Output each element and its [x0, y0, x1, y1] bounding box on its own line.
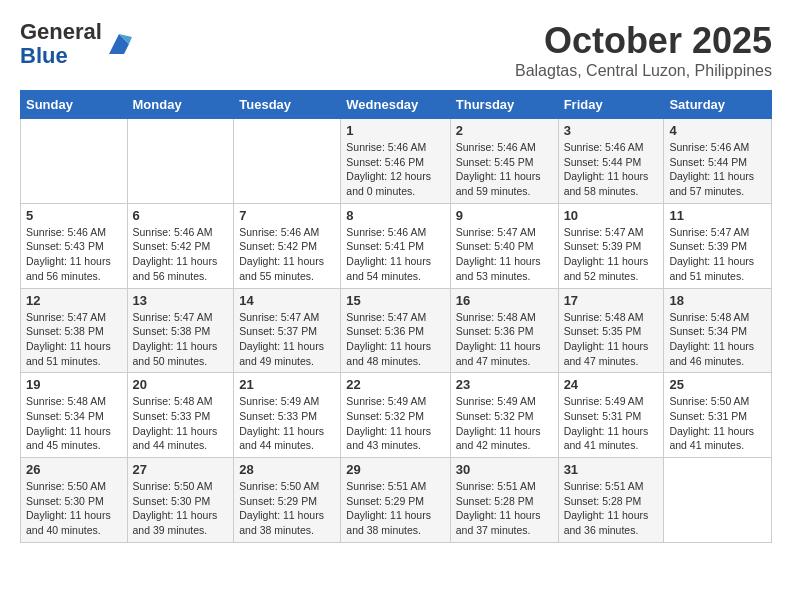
calendar-cell: 18Sunrise: 5:48 AM Sunset: 5:34 PM Dayli… — [664, 288, 772, 373]
calendar-cell: 4Sunrise: 5:46 AM Sunset: 5:44 PM Daylig… — [664, 119, 772, 204]
calendar-cell: 27Sunrise: 5:50 AM Sunset: 5:30 PM Dayli… — [127, 458, 234, 543]
calendar-cell: 28Sunrise: 5:50 AM Sunset: 5:29 PM Dayli… — [234, 458, 341, 543]
day-number: 11 — [669, 208, 766, 223]
day-number: 1 — [346, 123, 444, 138]
day-number: 2 — [456, 123, 553, 138]
day-detail: Sunrise: 5:46 AM Sunset: 5:45 PM Dayligh… — [456, 140, 553, 199]
calendar-week-1: 1Sunrise: 5:46 AM Sunset: 5:46 PM Daylig… — [21, 119, 772, 204]
day-detail: Sunrise: 5:51 AM Sunset: 5:28 PM Dayligh… — [564, 479, 659, 538]
calendar-cell: 7Sunrise: 5:46 AM Sunset: 5:42 PM Daylig… — [234, 203, 341, 288]
calendar-cell: 9Sunrise: 5:47 AM Sunset: 5:40 PM Daylig… — [450, 203, 558, 288]
calendar-table: SundayMondayTuesdayWednesdayThursdayFrid… — [20, 90, 772, 543]
header-thursday: Thursday — [450, 91, 558, 119]
day-number: 24 — [564, 377, 659, 392]
calendar-cell: 13Sunrise: 5:47 AM Sunset: 5:38 PM Dayli… — [127, 288, 234, 373]
day-number: 6 — [133, 208, 229, 223]
day-detail: Sunrise: 5:49 AM Sunset: 5:32 PM Dayligh… — [456, 394, 553, 453]
calendar-cell: 25Sunrise: 5:50 AM Sunset: 5:31 PM Dayli… — [664, 373, 772, 458]
day-detail: Sunrise: 5:47 AM Sunset: 5:38 PM Dayligh… — [26, 310, 122, 369]
day-number: 19 — [26, 377, 122, 392]
header-friday: Friday — [558, 91, 664, 119]
day-number: 13 — [133, 293, 229, 308]
calendar-week-5: 26Sunrise: 5:50 AM Sunset: 5:30 PM Dayli… — [21, 458, 772, 543]
title-area: October 2025 Balagtas, Central Luzon, Ph… — [515, 20, 772, 80]
calendar-week-4: 19Sunrise: 5:48 AM Sunset: 5:34 PM Dayli… — [21, 373, 772, 458]
day-number: 8 — [346, 208, 444, 223]
day-number: 25 — [669, 377, 766, 392]
day-number: 30 — [456, 462, 553, 477]
location: Balagtas, Central Luzon, Philippines — [515, 62, 772, 80]
calendar-cell: 20Sunrise: 5:48 AM Sunset: 5:33 PM Dayli… — [127, 373, 234, 458]
day-number: 17 — [564, 293, 659, 308]
logo: General Blue — [20, 20, 134, 68]
day-detail: Sunrise: 5:50 AM Sunset: 5:31 PM Dayligh… — [669, 394, 766, 453]
day-detail: Sunrise: 5:46 AM Sunset: 5:44 PM Dayligh… — [669, 140, 766, 199]
calendar-cell: 14Sunrise: 5:47 AM Sunset: 5:37 PM Dayli… — [234, 288, 341, 373]
calendar-cell: 2Sunrise: 5:46 AM Sunset: 5:45 PM Daylig… — [450, 119, 558, 204]
day-detail: Sunrise: 5:47 AM Sunset: 5:39 PM Dayligh… — [564, 225, 659, 284]
day-number: 7 — [239, 208, 335, 223]
day-number: 5 — [26, 208, 122, 223]
calendar-cell: 5Sunrise: 5:46 AM Sunset: 5:43 PM Daylig… — [21, 203, 128, 288]
calendar-cell — [234, 119, 341, 204]
day-detail: Sunrise: 5:49 AM Sunset: 5:32 PM Dayligh… — [346, 394, 444, 453]
day-number: 31 — [564, 462, 659, 477]
day-detail: Sunrise: 5:46 AM Sunset: 5:42 PM Dayligh… — [239, 225, 335, 284]
day-detail: Sunrise: 5:48 AM Sunset: 5:34 PM Dayligh… — [26, 394, 122, 453]
calendar-cell: 22Sunrise: 5:49 AM Sunset: 5:32 PM Dayli… — [341, 373, 450, 458]
calendar-cell: 17Sunrise: 5:48 AM Sunset: 5:35 PM Dayli… — [558, 288, 664, 373]
logo-icon — [104, 29, 134, 59]
day-detail: Sunrise: 5:48 AM Sunset: 5:35 PM Dayligh… — [564, 310, 659, 369]
day-detail: Sunrise: 5:48 AM Sunset: 5:34 PM Dayligh… — [669, 310, 766, 369]
day-detail: Sunrise: 5:47 AM Sunset: 5:38 PM Dayligh… — [133, 310, 229, 369]
calendar-cell: 30Sunrise: 5:51 AM Sunset: 5:28 PM Dayli… — [450, 458, 558, 543]
calendar-cell: 15Sunrise: 5:47 AM Sunset: 5:36 PM Dayli… — [341, 288, 450, 373]
day-detail: Sunrise: 5:50 AM Sunset: 5:30 PM Dayligh… — [133, 479, 229, 538]
calendar-cell: 11Sunrise: 5:47 AM Sunset: 5:39 PM Dayli… — [664, 203, 772, 288]
calendar-cell — [127, 119, 234, 204]
day-number: 12 — [26, 293, 122, 308]
day-number: 9 — [456, 208, 553, 223]
calendar-cell: 23Sunrise: 5:49 AM Sunset: 5:32 PM Dayli… — [450, 373, 558, 458]
day-detail: Sunrise: 5:50 AM Sunset: 5:30 PM Dayligh… — [26, 479, 122, 538]
logo-blue: Blue — [20, 43, 68, 68]
calendar-cell — [21, 119, 128, 204]
calendar-cell — [664, 458, 772, 543]
header-saturday: Saturday — [664, 91, 772, 119]
calendar-header-row: SundayMondayTuesdayWednesdayThursdayFrid… — [21, 91, 772, 119]
day-number: 22 — [346, 377, 444, 392]
calendar-cell: 31Sunrise: 5:51 AM Sunset: 5:28 PM Dayli… — [558, 458, 664, 543]
day-detail: Sunrise: 5:51 AM Sunset: 5:28 PM Dayligh… — [456, 479, 553, 538]
header-wednesday: Wednesday — [341, 91, 450, 119]
day-number: 10 — [564, 208, 659, 223]
calendar-cell: 26Sunrise: 5:50 AM Sunset: 5:30 PM Dayli… — [21, 458, 128, 543]
calendar-cell: 29Sunrise: 5:51 AM Sunset: 5:29 PM Dayli… — [341, 458, 450, 543]
day-detail: Sunrise: 5:48 AM Sunset: 5:36 PM Dayligh… — [456, 310, 553, 369]
calendar-cell: 8Sunrise: 5:46 AM Sunset: 5:41 PM Daylig… — [341, 203, 450, 288]
day-detail: Sunrise: 5:49 AM Sunset: 5:33 PM Dayligh… — [239, 394, 335, 453]
day-detail: Sunrise: 5:47 AM Sunset: 5:40 PM Dayligh… — [456, 225, 553, 284]
day-number: 15 — [346, 293, 444, 308]
calendar-cell: 12Sunrise: 5:47 AM Sunset: 5:38 PM Dayli… — [21, 288, 128, 373]
day-number: 14 — [239, 293, 335, 308]
day-number: 4 — [669, 123, 766, 138]
calendar-cell: 24Sunrise: 5:49 AM Sunset: 5:31 PM Dayli… — [558, 373, 664, 458]
calendar-cell: 10Sunrise: 5:47 AM Sunset: 5:39 PM Dayli… — [558, 203, 664, 288]
calendar-cell: 1Sunrise: 5:46 AM Sunset: 5:46 PM Daylig… — [341, 119, 450, 204]
day-number: 26 — [26, 462, 122, 477]
day-detail: Sunrise: 5:47 AM Sunset: 5:37 PM Dayligh… — [239, 310, 335, 369]
day-number: 20 — [133, 377, 229, 392]
day-number: 28 — [239, 462, 335, 477]
month-title: October 2025 — [515, 20, 772, 62]
day-number: 18 — [669, 293, 766, 308]
day-detail: Sunrise: 5:46 AM Sunset: 5:46 PM Dayligh… — [346, 140, 444, 199]
day-number: 23 — [456, 377, 553, 392]
day-detail: Sunrise: 5:50 AM Sunset: 5:29 PM Dayligh… — [239, 479, 335, 538]
day-detail: Sunrise: 5:48 AM Sunset: 5:33 PM Dayligh… — [133, 394, 229, 453]
day-detail: Sunrise: 5:46 AM Sunset: 5:41 PM Dayligh… — [346, 225, 444, 284]
calendar-cell: 6Sunrise: 5:46 AM Sunset: 5:42 PM Daylig… — [127, 203, 234, 288]
day-detail: Sunrise: 5:46 AM Sunset: 5:43 PM Dayligh… — [26, 225, 122, 284]
header-sunday: Sunday — [21, 91, 128, 119]
day-detail: Sunrise: 5:47 AM Sunset: 5:36 PM Dayligh… — [346, 310, 444, 369]
calendar-week-3: 12Sunrise: 5:47 AM Sunset: 5:38 PM Dayli… — [21, 288, 772, 373]
